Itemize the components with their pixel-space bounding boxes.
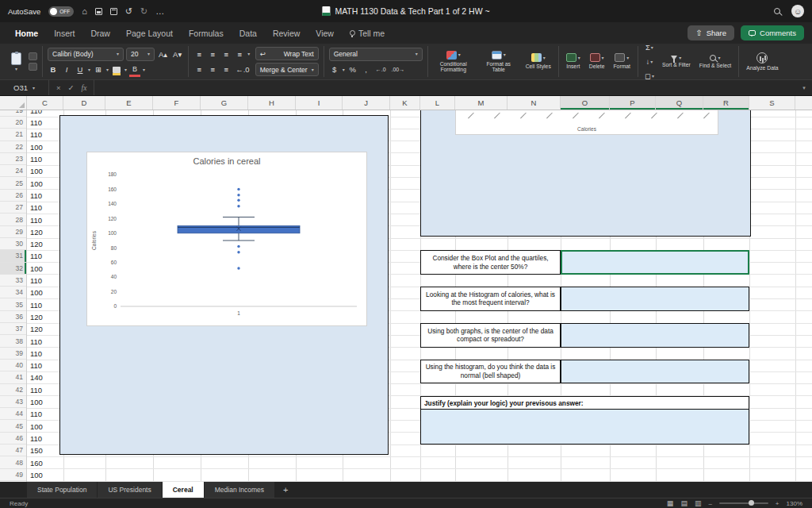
save-icon[interactable] [95,8,102,15]
zoom-out-button[interactable]: – [708,500,711,507]
print-icon[interactable] [110,8,117,15]
row-header-48[interactable]: 48 [0,456,26,468]
cell-C36[interactable]: 120 [27,311,63,323]
row-header-35[interactable]: 35 [0,299,26,311]
font-color-button[interactable]: B [129,64,140,76]
fill-color-button[interactable] [111,64,122,76]
undo-icon[interactable]: ↺ [125,7,132,16]
zoom-slider-knob[interactable] [749,500,754,506]
font-size-select[interactable]: 20 ▾ [126,48,155,61]
column-header-H[interactable]: H [248,96,296,110]
grid-canvas[interactable]: Calories in cerealCalories02040608010012… [27,110,812,482]
row-header-43[interactable]: 43 [0,396,26,408]
row-header-30[interactable]: 30 [0,238,26,250]
cell-styles-button[interactable]: ▾ Cell Styles [523,53,553,69]
cell-C43[interactable]: 100 [27,396,63,408]
formula-bar-expand-icon[interactable]: ▾ [796,85,812,91]
ribbon-tab-insert[interactable]: Insert [47,25,82,41]
format-painter-icon[interactable] [29,63,37,71]
answer-box-3[interactable] [561,323,749,348]
align-top-button[interactable]: ≡ [193,48,205,60]
find-select-button[interactable]: ▾ Find & Select [697,55,733,68]
row-header-49[interactable]: 49 [0,469,26,481]
wrap-text-button[interactable]: ↩ Wrap Text [255,47,319,60]
row-header-39[interactable]: 39 [0,348,26,360]
format-as-table-button[interactable]: ▾ Format as Table [478,51,519,73]
format-cells-button[interactable]: ▾ Format [611,53,633,69]
sheet-tab-median-incomes[interactable]: Median Incomes [205,482,274,498]
align-middle-button[interactable]: ≡ [207,48,218,60]
cell-C28[interactable]: 110 [27,214,63,225]
row-header-31[interactable]: 31 [0,250,26,262]
autosum-button[interactable]: Σ▾ [643,44,656,54]
row-header-22[interactable]: 22 [0,141,26,153]
zoom-level[interactable]: 130% [787,500,802,507]
cell-C49[interactable]: 100 [27,469,63,481]
normal-view-icon[interactable]: ▦ [667,500,674,507]
column-header-S[interactable]: S [749,96,795,110]
number-format-select[interactable]: General ▾ [329,48,423,61]
ribbon-tab-tell-me[interactable]: Tell me [343,25,392,41]
select-all-corner[interactable] [0,96,27,110]
column-header-F[interactable]: F [153,96,201,110]
cell-C32[interactable]: 100 [27,263,63,275]
shrink-font-button[interactable]: A▾ [171,48,183,60]
column-header-L[interactable]: L [420,96,455,110]
cell-C37[interactable]: 120 [27,323,63,335]
column-header-C[interactable]: C [27,96,63,110]
column-header-E[interactable]: E [105,96,153,110]
row-header-28[interactable]: 28 [0,214,26,225]
delete-cells-button[interactable]: ▾ Delete [587,53,607,69]
cell-C38[interactable]: 110 [27,335,63,347]
cell-C24[interactable]: 100 [27,165,63,177]
home-icon[interactable]: ⌂ [82,7,87,16]
cell-C34[interactable]: 100 [27,287,63,298]
comments-button[interactable]: Comments [741,25,804,40]
analyze-data-button[interactable]: Analyze Data [744,52,780,71]
clear-button[interactable]: ◻▾ [643,70,656,80]
autosave-toggle[interactable]: OFF [48,6,74,17]
row-header-20[interactable]: 20 [0,117,26,129]
cell-C40[interactable]: 110 [27,360,63,371]
ribbon-tab-view[interactable]: View [308,25,341,41]
italic-button[interactable]: I [61,64,72,76]
row-header-42[interactable]: 42 [0,384,26,396]
cell-C39[interactable]: 110 [27,348,63,360]
column-header-P[interactable]: P [610,96,656,110]
row-header-29[interactable]: 29 [0,226,26,238]
enter-icon[interactable]: ✓ [68,83,75,92]
histogram-chart[interactable]: Calories [455,110,718,135]
ribbon-tab-page-layout[interactable]: Page Layout [119,25,180,41]
row-header-33[interactable]: 33 [0,275,26,287]
row-header-36[interactable]: 36 [0,311,26,323]
cell-C29[interactable]: 120 [27,226,63,238]
redo-icon[interactable]: ↻ [140,7,147,16]
zoom-in-button[interactable]: + [776,500,779,507]
row-header-27[interactable]: 27 [0,202,26,214]
page-break-view-icon[interactable]: ▥ [695,500,702,507]
column-header-O[interactable]: O [561,96,610,110]
align-center-button[interactable]: ≡ [207,63,218,75]
add-sheet-button[interactable]: + [275,482,296,498]
histogram-chart-container[interactable]: Calories [420,110,751,237]
cell-C44[interactable]: 110 [27,408,63,420]
align-bottom-button[interactable]: ≡ [220,48,232,60]
insert-cells-button[interactable]: ▾ Insert [564,53,583,69]
formula-input[interactable] [94,80,796,95]
comma-style-button[interactable]: , [361,64,372,76]
grow-font-button[interactable]: A▴ [157,48,169,60]
row-header-26[interactable]: 26 [0,190,26,202]
cell-C42[interactable]: 110 [27,384,63,396]
cell-C19[interactable]: 110 [27,110,63,117]
account-avatar[interactable]: ☺ [791,5,804,17]
cell-C46[interactable]: 110 [27,433,63,444]
row-header-41[interactable]: 41 [0,371,26,383]
cell-C25[interactable]: 100 [27,178,63,190]
column-header-N[interactable]: N [508,96,561,110]
fill-button[interactable]: ↓▾ [643,56,656,68]
boxplot-chart[interactable]: Calories in cerealCalories02040608010012… [86,152,367,326]
column-header-Q[interactable]: Q [656,96,703,110]
ribbon-tab-draw[interactable]: Draw [83,25,117,41]
row-header-44[interactable]: 44 [0,408,26,420]
underline-button[interactable]: U [75,64,86,76]
